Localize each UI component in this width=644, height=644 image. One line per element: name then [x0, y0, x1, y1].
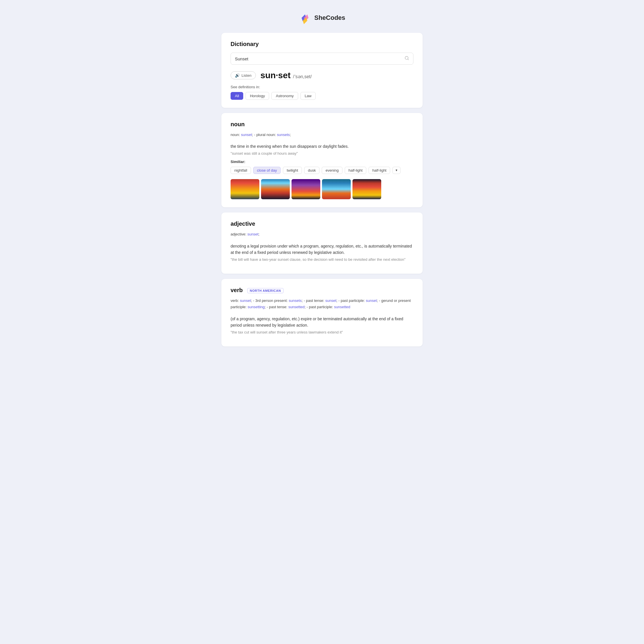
pos-verb: verb NORTH AMERICAN: [231, 287, 413, 294]
sim-tag-dusk[interactable]: dusk: [304, 167, 319, 174]
sim-tag-dropdown[interactable]: ▾: [392, 167, 400, 174]
dictionary-card: Dictionary 🔊 Listen sun·set /ˈsənˌset/: [221, 33, 423, 108]
verb-form-link-2[interactable]: sunsets: [289, 298, 302, 303]
verb-form-link-1[interactable]: sunset: [240, 298, 251, 303]
tab-law[interactable]: Law: [300, 92, 316, 100]
noun-form-link-2[interactable]: sunsets: [277, 133, 290, 137]
noun-form-link-1[interactable]: sunset: [241, 133, 252, 137]
sim-tag-evening[interactable]: evening: [322, 167, 342, 174]
sim-tag-half-light-2[interactable]: half-light: [369, 167, 390, 174]
verb-quote: "the tax cut will sunset after three yea…: [231, 330, 413, 334]
header: SheCodes: [221, 11, 423, 24]
app-name: SheCodes: [314, 14, 345, 22]
tab-astronomy[interactable]: Astronomy: [271, 92, 298, 100]
listen-button[interactable]: 🔊 Listen: [231, 71, 256, 79]
similiar-tags: nightfall close of day twilight dusk eve…: [231, 167, 413, 174]
north-american-badge: NORTH AMERICAN: [247, 288, 283, 293]
noun-quote: "sunset was still a couple of hours away…: [231, 151, 413, 156]
word-phonetic: /ˈsənˌset/: [293, 74, 312, 79]
verb-form-link-4[interactable]: sunset: [366, 298, 377, 303]
search-button[interactable]: [405, 56, 409, 62]
svg-line-4: [408, 59, 409, 60]
page-title: Dictionary: [231, 41, 413, 47]
sunset-image-2: [261, 179, 290, 199]
sim-tag-half-light-1[interactable]: half-light: [345, 167, 366, 174]
verb-card: verb NORTH AMERICAN verb: sunset; - 3rd …: [221, 279, 423, 346]
see-definitions-label: See definitions in:: [231, 85, 413, 89]
adj-form-link-1[interactable]: sunset: [248, 232, 258, 236]
noun-forms: noun: sunset; - plural noun: sunsets;: [231, 132, 413, 138]
noun-card: noun noun: sunset; - plural noun: sunset…: [221, 113, 423, 207]
adjective-card: adjective adjective: sunset; denoting a …: [221, 212, 423, 274]
speaker-icon: 🔊: [235, 73, 240, 78]
verb-forms: verb: sunset; - 3rd person present: suns…: [231, 298, 413, 310]
adjective-quote: "the bill will have a two-year sunset cl…: [231, 257, 413, 262]
sim-tag-nightfall[interactable]: nightfall: [231, 167, 251, 174]
noun-definition: the time in the evening when the sun dis…: [231, 143, 413, 149]
sunset-image-1: [231, 179, 259, 199]
verb-form-link-6[interactable]: sunsetted: [288, 305, 304, 309]
adjective-forms: adjective: sunset;: [231, 231, 413, 237]
noun-image-strip: [231, 179, 413, 199]
adjective-definition: denoting a legal provision under which a…: [231, 243, 413, 256]
tab-all[interactable]: All: [231, 92, 243, 100]
pos-noun: noun: [231, 121, 413, 128]
verb-definition: (of a program, agency, regulation, etc.)…: [231, 316, 413, 329]
word-text: sun·set /ˈsənˌset/: [260, 70, 312, 80]
sunset-image-5: [352, 179, 381, 199]
tab-horology[interactable]: Horology: [246, 92, 269, 100]
search-input[interactable]: [235, 56, 405, 61]
sunset-image-4: [322, 179, 351, 199]
search-icon: [405, 56, 409, 60]
sunset-image-3: [292, 179, 320, 199]
listen-label: Listen: [241, 73, 252, 78]
page-container: SheCodes Dictionary 🔊 Listen sun·set /ˈs…: [221, 11, 423, 346]
verb-form-link-5[interactable]: sunsetting: [248, 305, 265, 309]
word-header: 🔊 Listen sun·set /ˈsənˌset/: [231, 70, 413, 80]
verb-form-link-7[interactable]: sunsetted: [334, 305, 350, 309]
pos-adjective: adjective: [231, 221, 413, 227]
sim-tag-twilight[interactable]: twilight: [283, 167, 302, 174]
verb-form-link-3[interactable]: sunset: [325, 298, 336, 303]
shecodes-logo-icon: [299, 11, 311, 24]
similiar-label: Similiar:: [231, 160, 413, 164]
category-tabs: All Horology Astronomy Law: [231, 92, 413, 100]
sim-tag-close-of-day[interactable]: close of day: [253, 167, 281, 174]
search-bar: [231, 53, 413, 65]
